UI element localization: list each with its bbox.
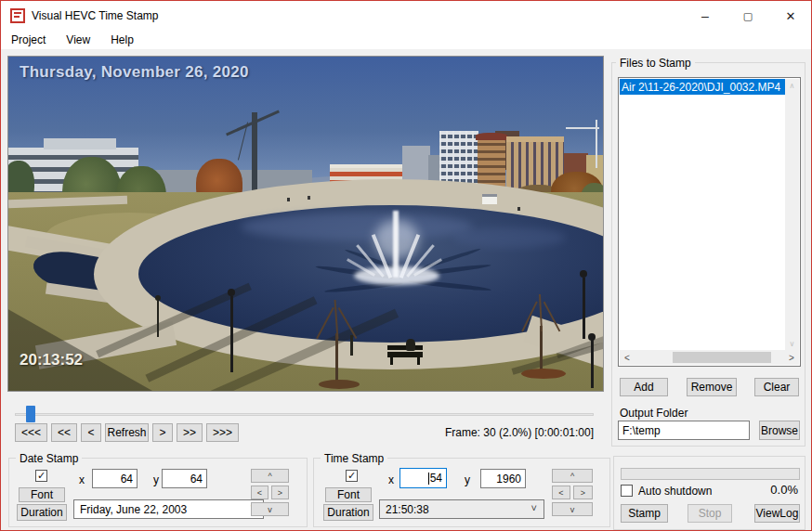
- auto-shutdown-label: Auto shutdown: [638, 485, 712, 498]
- date-stamp-checkbox[interactable]: ✓: [35, 470, 47, 482]
- output-folder-input[interactable]: F:\temp: [618, 421, 750, 440]
- building-round-tower-cap: [476, 133, 507, 140]
- step-forward-button[interactable]: >: [152, 423, 173, 442]
- stamp-button[interactable]: Stamp: [621, 504, 668, 523]
- goto-last-button[interactable]: >>>: [206, 423, 239, 442]
- video-preview: Thursday, November 26, 2020 20:13:52: [8, 57, 603, 391]
- horizontal-scrollbar[interactable]: < >: [620, 350, 799, 365]
- horizontal-scroll-thumb[interactable]: [673, 352, 771, 363]
- date-dropdown[interactable]: Friday, June 22, 2003 ˅: [73, 499, 264, 519]
- time-stamp-checkbox[interactable]: ✓: [346, 470, 358, 482]
- lamp-post-4-pole: [591, 340, 594, 388]
- date-nudge-left-button[interactable]: <: [251, 486, 268, 499]
- time-nudge-right-button[interactable]: >: [573, 486, 593, 499]
- date-y-input[interactable]: 64: [162, 469, 207, 488]
- time-nudge-up-button[interactable]: ^: [552, 469, 593, 483]
- lamp-post-2-globe: [580, 270, 587, 278]
- app-icon: [10, 8, 25, 23]
- date-nudge-down-button[interactable]: v: [251, 502, 289, 516]
- scroll-down-icon[interactable]: ∨: [785, 340, 799, 348]
- date-x-label: x: [79, 473, 85, 486]
- output-folder-label: Output Folder: [620, 407, 688, 420]
- menu-bar: Project View Help: [1, 31, 811, 49]
- step-back-button[interactable]: <: [81, 423, 101, 442]
- close-button[interactable]: ✕: [769, 1, 812, 31]
- time-nudge-left-button[interactable]: <: [552, 486, 570, 499]
- time-dropdown[interactable]: 21:50:38 ˅: [379, 499, 544, 519]
- bench-leg-2: [417, 357, 420, 365]
- date-y-label: y: [153, 473, 159, 486]
- person-dot-1: [287, 198, 290, 201]
- stop-button[interactable]: Stop: [688, 504, 732, 523]
- bare-tree-1-mulch: [319, 380, 360, 389]
- gazebo: [482, 194, 497, 204]
- video-time-overlay: 20:13:52: [20, 351, 83, 369]
- vertical-scrollbar[interactable]: ∧ ∨: [785, 79, 799, 351]
- bare-tree-1-trunk: [335, 333, 338, 385]
- pond-reflection-1: [241, 213, 473, 240]
- date-nudge-up-button[interactable]: ^: [251, 469, 289, 483]
- scroll-right-icon[interactable]: >: [785, 351, 798, 364]
- date-stamp-title: Date Stamp: [16, 452, 82, 465]
- person-on-bench: [406, 339, 415, 351]
- time-y-label: y: [465, 473, 470, 486]
- lamp-post-1-globe: [228, 289, 235, 296]
- time-x-input[interactable]: 54: [399, 468, 447, 488]
- chevron-down-icon[interactable]: ˅: [531, 502, 537, 513]
- crane-right-jib: [566, 127, 599, 129]
- progress-percent-label: 0.0%: [744, 483, 798, 497]
- time-x-label: x: [388, 473, 394, 486]
- bare-tree-2-mulch: [521, 369, 566, 379]
- date-x-input[interactable]: 64: [92, 469, 138, 488]
- auto-shutdown-checkbox[interactable]: [621, 485, 633, 497]
- app-window: Visual HEVC Time Stamp – ▢ ✕ Project Vie…: [0, 0, 812, 531]
- date-duration-button[interactable]: Duration: [17, 504, 67, 521]
- window-title: Visual HEVC Time Stamp: [32, 9, 159, 22]
- browse-button[interactable]: Browse: [759, 421, 800, 440]
- title-bar[interactable]: Visual HEVC Time Stamp – ▢ ✕: [1, 1, 811, 31]
- seek-slider-track[interactable]: [15, 413, 594, 416]
- date-font-button[interactable]: Font: [19, 487, 65, 502]
- goto-first-button[interactable]: <<<: [15, 423, 47, 442]
- bench-leg-1: [390, 357, 393, 365]
- crane-tower: [252, 112, 257, 198]
- menu-help[interactable]: Help: [100, 32, 144, 48]
- bench-back: [387, 345, 423, 350]
- step-back-10-button[interactable]: <<: [51, 423, 77, 442]
- viewlog-button[interactable]: ViewLog: [754, 504, 800, 523]
- menu-project[interactable]: Project: [1, 32, 56, 48]
- time-font-button[interactable]: Font: [325, 487, 372, 502]
- bollard: [350, 335, 353, 356]
- time-dropdown-value: 21:50:38: [386, 503, 429, 516]
- time-nudge-down-button[interactable]: v: [552, 502, 593, 516]
- frame-info-label: Frame: 30 (2.0%) [0:00:01:00]: [371, 426, 594, 439]
- lamp-post-3-pole: [157, 300, 159, 337]
- files-group-title: Files to Stamp: [616, 57, 695, 70]
- remove-button[interactable]: Remove: [687, 378, 737, 396]
- video-date-overlay: Thursday, November 26, 2020: [20, 63, 249, 82]
- add-button[interactable]: Add: [620, 378, 668, 396]
- pond-reflection-2: [452, 227, 566, 248]
- bare-tree-2-trunk: [540, 326, 543, 374]
- seek-slider-thumb[interactable]: [26, 406, 35, 422]
- scroll-up-icon[interactable]: ∧: [785, 82, 799, 90]
- time-y-input[interactable]: 1960: [480, 469, 526, 488]
- person-dot-2: [308, 196, 310, 200]
- clear-button[interactable]: Clear: [754, 378, 799, 396]
- time-stamp-title: Time Stamp: [321, 452, 387, 465]
- maximize-button[interactable]: ▢: [727, 1, 769, 31]
- lamp-post-4-globe: [588, 333, 596, 341]
- progress-bar: [621, 468, 800, 480]
- step-forward-10-button[interactable]: >>: [177, 423, 203, 442]
- minimize-button[interactable]: –: [684, 1, 727, 31]
- lamp-post-2-pole: [583, 278, 585, 339]
- scroll-left-icon[interactable]: <: [621, 351, 634, 364]
- menu-view[interactable]: View: [56, 32, 100, 48]
- time-duration-button[interactable]: Duration: [323, 504, 373, 521]
- refresh-button[interactable]: Refresh: [105, 423, 149, 442]
- files-listbox[interactable]: Air 2\11-26-2020\DJI_0032.MP4 ∧ ∨ < >: [618, 77, 801, 367]
- person-dot-3: [517, 207, 520, 211]
- date-nudge-right-button[interactable]: >: [271, 486, 289, 499]
- text-caret: [428, 473, 429, 485]
- list-item-selected[interactable]: Air 2\11-26-2020\DJI_0032.MP4: [620, 79, 786, 95]
